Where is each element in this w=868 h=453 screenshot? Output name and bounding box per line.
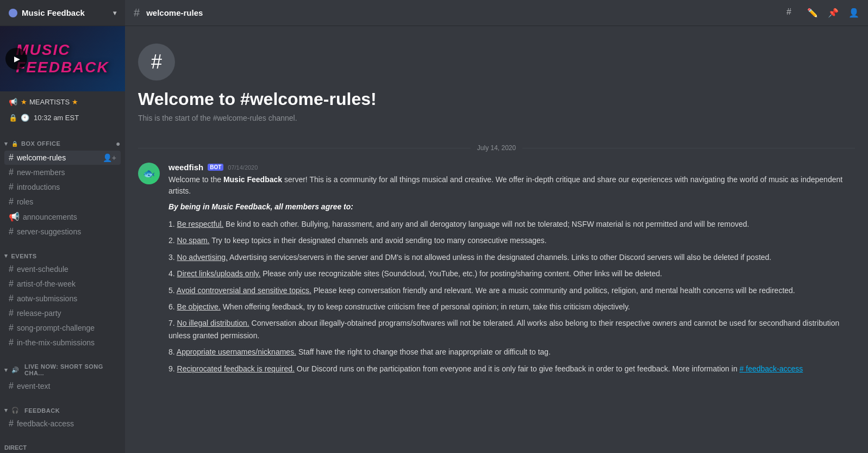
sidebar: Music Feedback ▾ MUSIC FEEDBACK 📢 ★ MEAR… [0,0,125,453]
svg-text:#: # [786,7,791,16]
pinned-time[interactable]: 🔒 🕙 10:32 am EST [4,110,121,125]
hash-icon: # [9,294,14,303]
hash-icon: # [9,167,14,177]
message-author: weedfish [168,163,203,172]
message-row: 🐟 weedfish BOT 07/14/2020 Welcome to the… [125,160,868,381]
banner-line2: FEEDBACK [16,59,109,76]
pin-icon[interactable]: 📌 [828,8,839,18]
avatar: 🐟 [138,163,160,184]
channel-label: announcements [23,213,77,221]
channel-label: event-text [17,382,50,390]
channel-introductions[interactable]: # introductions [4,180,121,194]
server-name: Music Feedback [22,8,85,17]
rule-3: 3. No advertising. Advertising services/… [168,251,855,263]
bot-tag: BOT [208,164,223,171]
channel-label: song-prompt-challenge [17,324,95,332]
channel-label: feedback-access [17,419,74,428]
hash-icon: # [9,338,14,347]
hash-icon: # [9,308,14,318]
channel-label: server-suggestions [17,227,81,236]
section-events: ▾ EVENTS # event-schedule # artist-of-th… [0,241,125,352]
announcement-icon: 📢 [9,212,20,222]
hash-icon: # [9,197,14,207]
direct-section: Direct [0,433,125,453]
hash-icon: # [9,182,14,192]
rule-7: 7. No illegal distribution. Conversation… [168,317,855,342]
pinned-time-label: 10:32 am EST [34,114,79,122]
rule-5: 5. Avoid controversial and sensitive top… [168,284,855,296]
hash-symbol: # [151,51,162,73]
members-icon[interactable]: 👤 [848,8,859,18]
chevron-down-icon: ▾ [113,9,116,17]
message-body: Welcome to the Music Feedback server! Th… [168,174,855,375]
hash-icon: # [9,153,14,163]
section-header-events[interactable]: ▾ EVENTS [0,244,125,262]
headphone-icon: 🎧 [11,407,20,414]
channel-label: aotw-submissions [17,294,77,303]
channel-server-suggestions[interactable]: # server-suggestions [4,225,121,239]
pinned-section: 📢 ★ MEARTISTS ★ 🔒 🕙 10:32 am EST [0,91,125,128]
channel-welcome-rules[interactable]: # welcome-rules 👤+ [4,151,121,165]
feedback-access-link[interactable]: # feedback-access [740,364,803,373]
megaphone-icon: 📢 [9,98,17,106]
message-timestamp: 07/14/2020 [228,164,258,171]
hashtag-settings-icon[interactable]: # [786,6,797,20]
section-label-live: LIVE NOW: SHORT SONG CHA... [24,363,121,376]
rule-2: 2. No spam. Try to keep topics in their … [168,234,855,246]
message-header: weedfish BOT 07/14/2020 [168,163,855,172]
channel-label: new-members [17,168,65,177]
section-live-now: ▾ 🔊 LIVE NOW: SHORT SONG CHA... # event-… [0,352,125,396]
section-label-events: EVENTS [11,253,37,259]
lock-icon: 🔒 [9,114,17,122]
topbar-hash-icon: # [134,7,140,19]
rule-8: 8. Appropriate usernames/nicknames. Staf… [168,346,855,358]
channel-in-the-mix-submissions[interactable]: # in-the-mix-submissions [4,336,121,350]
section-header-box-office[interactable]: ▾ 🔒 BOX OFFICE ● [0,131,125,150]
section-header-feedback[interactable]: ▾ 🎧 FEEDBACK [0,398,125,416]
section-collapse-icon: ▾ [4,252,8,259]
section-collapse-icon: ▾ [4,140,8,147]
channel-event-text[interactable]: # event-text [4,379,121,393]
clock-icon: 🕙 [21,114,29,122]
hash-icon: # [9,227,14,237]
channel-roles[interactable]: # roles [4,195,121,209]
topbar-channel-name: welcome-rules [146,8,203,17]
section-collapse-icon: ▾ [4,407,8,414]
channel-label: roles [17,197,33,206]
lock-icon: 🔒 [11,141,18,147]
section-label-box-office: BOX OFFICE [21,140,60,147]
channel-event-schedule[interactable]: # event-schedule [4,262,121,276]
channel-feedback-access[interactable]: # feedback-access [4,417,121,431]
hash-icon: # [9,264,14,274]
edit-icon[interactable]: ✏️ [807,8,818,18]
channel-artist-of-the-week[interactable]: # artist-of-the-week [4,277,121,291]
section-feedback: ▾ 🎧 FEEDBACK # feedback-access [0,396,125,433]
channel-release-party[interactable]: # release-party [4,306,121,320]
server-header[interactable]: Music Feedback ▾ [0,0,125,26]
topbar-actions: # ✏️ 📌 👤 [786,6,859,20]
section-header-live-now[interactable]: ▾ 🔊 LIVE NOW: SHORT SONG CHA... [0,355,125,378]
channel-new-members[interactable]: # new-members [4,165,121,179]
channel-label: release-party [17,309,61,318]
channel-announcements[interactable]: 📢 announcements [4,209,121,224]
server-icon [9,9,17,17]
rule-1: 1. Be respectful. Be kind to each other.… [168,218,855,230]
play-button[interactable] [5,48,27,70]
pinned-meartists[interactable]: 📢 ★ MEARTISTS ★ [4,95,121,109]
add-member-icon: 👤+ [103,153,116,162]
live-icon: 🔊 [11,367,20,374]
hash-icon: # [9,419,14,429]
main-content: # welcome-rules # ✏️ 📌 👤 # Welcome to #w… [125,0,868,453]
server-banner: MUSIC FEEDBACK [0,26,125,91]
channel-song-prompt-challenge[interactable]: # song-prompt-challenge [4,321,121,335]
rule-6: 6. Be objective. When offering feedback,… [168,301,855,313]
date-separator: July 14, 2020 [125,140,868,156]
messages-area[interactable]: # Welcome to #welcome-rules! This is the… [125,26,868,453]
hash-icon: # [9,279,14,289]
welcome-subtitle: This is the start of the #welcome-rules … [138,114,855,122]
channel-welcome: # Welcome to #welcome-rules! This is the… [125,35,868,135]
section-box-office: ▾ 🔒 BOX OFFICE ● # welcome-rules 👤+ # ne… [0,128,125,241]
channel-label: event-schedule [17,265,68,274]
channel-aotw-submissions[interactable]: # aotw-submissions [4,291,121,306]
channel-label: artist-of-the-week [17,280,76,288]
